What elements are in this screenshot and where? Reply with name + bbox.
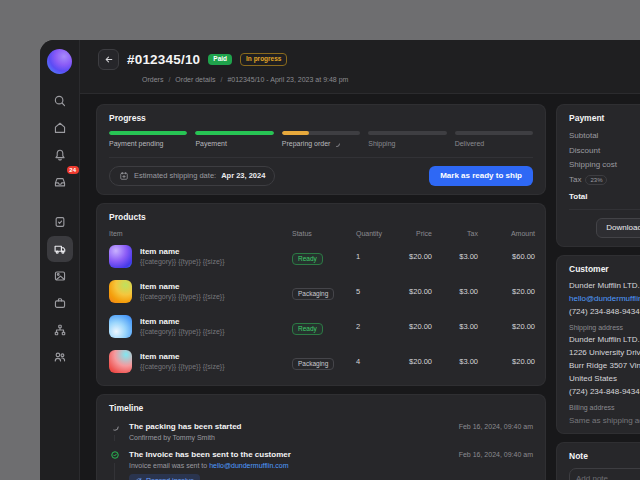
step-preparing-order: Preparing order [282,131,360,148]
briefcase-icon [53,296,67,310]
app-logo[interactable] [47,49,72,74]
products-card: Products Item Status Quantity Price Tax … [96,203,546,386]
back-button[interactable] [98,49,119,70]
customer-title: Customer [569,264,640,274]
clipboard-check-icon [53,215,67,229]
product-meta: {{category}} {{type}} {{size}} [140,328,224,335]
table-row[interactable]: Item name {{category}} {{type}} {{size}}… [109,311,533,342]
product-status-badge: Packaging [292,288,334,301]
product-quantity: 4 [356,357,396,366]
main-area: #012345/10 Paid In progress Orders / Ord… [80,40,640,480]
payment-row-subtotal: Subtotal [569,131,640,140]
note-input[interactable] [569,468,640,480]
breadcrumb: Orders / Order details / #012345/10 - Ap… [142,76,640,83]
shipping-address-line: Dunder Mufflin LTD. [569,335,640,344]
payment-row-total: Total [569,192,640,201]
product-thumbnail [109,280,132,303]
products-title: Products [109,212,533,222]
step-delivered: Delivered [455,131,533,148]
product-quantity: 2 [356,322,396,331]
sidebar-item-home[interactable] [47,115,73,141]
progress-card: Progress Payment pending Payement Pre [96,104,546,195]
product-amount: $20.00 [478,357,535,366]
timeline-title: Timeline [109,403,533,413]
progress-title: Progress [109,113,533,123]
product-amount: $20.00 [478,322,535,331]
sidebar-item-inbox[interactable]: 24 [47,169,73,195]
customer-name: Dunder Mufflin LTD. [569,281,640,290]
table-row[interactable]: Item name {{category}} {{type}} {{size}}… [109,276,533,307]
customer-email-link[interactable]: hello@dundermufflin.com [569,294,640,303]
product-tax: $3.00 [432,252,478,261]
product-status-badge: Packaging [292,358,334,371]
arrow-left-icon [103,54,114,65]
note-title: Note [569,451,640,461]
sidebar-item-gallery[interactable] [47,263,73,289]
payment-row-shipping-cost: Shipping cost [569,160,640,169]
table-row[interactable]: Item name {{category}} {{type}} {{size}}… [109,241,533,272]
shipping-address-line: Burr Ridge 3507 Vine Street [569,361,640,370]
sidebar: 24 [40,40,80,480]
product-name: Item name [140,352,224,361]
breadcrumb-current: #012345/10 - April 23, 2023 at 9:48 pm [227,76,348,83]
breadcrumb-separator: / [168,76,170,83]
estimated-shipping-date-pill[interactable]: Estimated shipping date: Apr 23, 2024 [109,166,275,186]
product-amount: $60.00 [478,252,535,261]
payment-row-discount: Discount [569,146,640,155]
download-invoice-button[interactable]: Download invoice [596,218,640,238]
resend-invoice-button[interactable]: Resend incoive [129,474,200,480]
spinner-icon [110,422,120,432]
product-quantity: 1 [356,252,396,261]
product-price: $20.00 [396,322,432,331]
product-name: Item name [140,282,224,291]
sidebar-item-customers[interactable] [47,344,73,370]
billing-address-value: Same as shipping address [569,416,640,425]
page-title: #012345/10 [127,52,200,67]
product-thumbnail [109,350,132,373]
product-thumbnail [109,245,132,268]
customer-email-link[interactable]: hello@dundermufflin.com [209,462,288,469]
billing-address-label: Billing address [569,404,640,411]
calendar-plus-icon [119,171,129,181]
customer-phone: (724) 234-848-9434 [569,307,640,316]
bell-icon [53,148,67,162]
users-icon [53,350,67,364]
content-area: Progress Payment pending Payement Pre [80,94,640,480]
mark-ready-button[interactable]: Mark as ready to ship [429,166,533,186]
paid-badge: Paid [208,54,232,66]
product-status-badge: Ready [292,253,323,266]
note-card: Note [556,442,640,480]
timeline-event-subtitle: Confirmed by Tommy Smith [129,434,533,441]
check-circle-icon [110,450,120,460]
table-row[interactable]: Item name {{category}} {{type}} {{size}}… [109,346,533,377]
product-amount: $20.00 [478,287,535,296]
sidebar-item-network[interactable] [47,317,73,343]
sitemap-icon [53,323,67,337]
sidebar-item-shipping[interactable] [47,236,73,262]
sidebar-item-orders[interactable] [47,209,73,235]
breadcrumb-order-details[interactable]: Order details [175,76,215,83]
shipping-date-value: Apr 23, 2024 [221,171,265,180]
app-window: 24 #012345/10 [40,40,640,480]
shipping-date-label: Estimated shipping date: [134,171,216,180]
home-icon [53,121,67,135]
inbox-badge: 24 [67,166,79,174]
shipping-address-line: United States [569,374,640,383]
timeline-entry: The packing has been started Feb 16, 202… [109,422,533,441]
sidebar-item-products[interactable] [47,290,73,316]
sidebar-item-notifications[interactable] [47,142,73,168]
refresh-icon [135,477,143,480]
step-shipping: Shipping [368,131,446,148]
timeline-card: Timeline The packing has been started Fe… [96,394,546,480]
sidebar-item-search[interactable] [47,88,73,114]
timeline-entry: The Invoice has been sent to the custome… [109,450,533,480]
truck-icon [53,242,67,256]
breadcrumb-orders[interactable]: Orders [142,76,163,83]
page-header: #012345/10 Paid In progress Orders / Ord… [80,40,640,94]
breadcrumb-separator: / [220,76,222,83]
tax-rate-badge: 23% [585,175,607,185]
product-name: Item name [140,317,224,326]
timeline-connector [114,463,115,480]
shipping-address-label: Shipping address [569,324,640,331]
timeline-event-title: The Invoice has been sent to the custome… [129,450,291,459]
